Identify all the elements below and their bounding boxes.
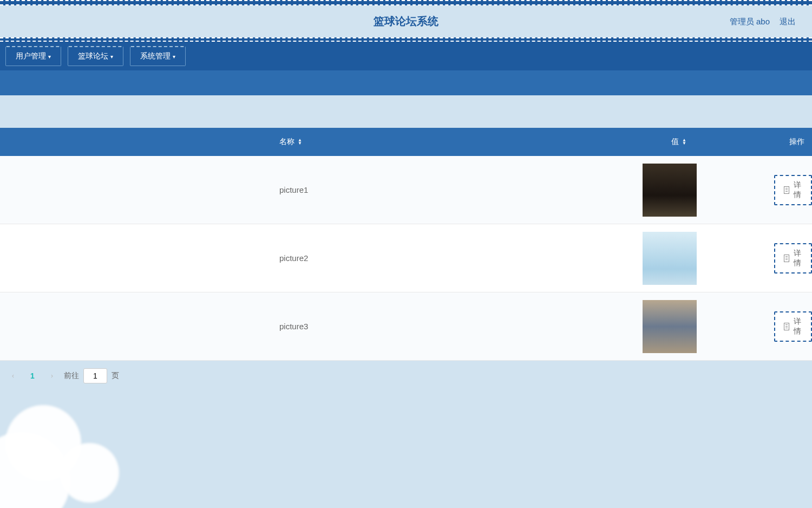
nav-label: 篮球论坛 <box>78 51 108 61</box>
detail-button[interactable]: 详情 <box>774 311 812 342</box>
chevron-down-icon: ▾ <box>110 54 113 60</box>
nav-basketball-forum[interactable]: 篮球论坛 ▾ <box>68 46 123 66</box>
header-user-area: 管理员 abo 退出 <box>730 16 796 27</box>
nav-system-management[interactable]: 系统管理 ▾ <box>130 46 186 66</box>
content-gap <box>0 95 812 128</box>
column-header-value[interactable]: 值 ▲▼ <box>625 137 733 147</box>
pagination: ‹ 1 › 前往 页 <box>0 361 812 391</box>
app-title: 篮球论坛系统 <box>374 14 438 29</box>
detail-label: 详情 <box>793 249 802 268</box>
admin-label[interactable]: 管理员 abo <box>730 16 770 27</box>
sort-icon: ▲▼ <box>682 139 686 145</box>
cell-name: picture2 <box>0 253 617 263</box>
page-number[interactable]: 1 <box>25 368 40 383</box>
chevron-down-icon: ▾ <box>173 54 175 60</box>
nav-label: 系统管理 <box>140 51 171 61</box>
top-decorative-border <box>0 0 812 5</box>
next-page-button[interactable]: › <box>44 368 60 383</box>
goto-page-input[interactable] <box>83 368 107 383</box>
nav-label: 用户管理 <box>16 51 46 61</box>
data-table: 名称 ▲▼ 值 ▲▼ 操作 picture1 详情 picture2 <box>0 128 812 361</box>
detail-button[interactable]: 详情 <box>774 243 812 273</box>
column-header-name[interactable]: 名称 ▲▼ <box>0 137 625 147</box>
nav-user-management[interactable]: 用户管理 ▾ <box>5 46 61 66</box>
table-row: picture1 详情 <box>0 156 812 224</box>
detail-label: 详情 <box>793 180 802 200</box>
goto-prefix: 前往 <box>64 371 79 381</box>
cell-action: 详情 <box>723 243 812 273</box>
chevron-down-icon: ▾ <box>48 54 51 60</box>
decorative-cloud <box>0 389 135 508</box>
cell-name: picture1 <box>0 185 617 194</box>
goto-suffix: 页 <box>112 371 119 381</box>
thumbnail-image[interactable] <box>643 300 697 353</box>
header-divider <box>0 37 812 42</box>
prev-page-button[interactable]: ‹ <box>5 368 21 383</box>
detail-label: 详情 <box>793 317 802 336</box>
column-value-label: 值 <box>671 137 679 147</box>
document-icon <box>784 323 789 330</box>
thumbnail-image[interactable] <box>643 164 697 217</box>
logout-link[interactable]: 退出 <box>780 16 796 27</box>
column-action-label: 操作 <box>789 137 804 146</box>
cell-value <box>617 164 723 217</box>
cell-value <box>617 232 723 285</box>
header: 篮球论坛系统 管理员 abo 退出 <box>0 5 812 37</box>
document-icon <box>784 186 789 194</box>
sub-navigation-bar <box>0 70 812 95</box>
detail-button[interactable]: 详情 <box>774 175 812 205</box>
table-row: picture3 详情 <box>0 292 812 361</box>
cell-action: 详情 <box>723 311 812 342</box>
document-icon <box>784 255 789 262</box>
thumbnail-image[interactable] <box>643 232 697 285</box>
table-header-row: 名称 ▲▼ 值 ▲▼ 操作 <box>0 128 812 156</box>
table-row: picture2 详情 <box>0 224 812 292</box>
column-name-label: 名称 <box>279 137 294 147</box>
cell-name: picture3 <box>0 322 617 331</box>
column-header-action: 操作 <box>733 137 812 147</box>
cell-action: 详情 <box>723 175 812 205</box>
sort-icon: ▲▼ <box>298 139 302 145</box>
cell-value <box>617 300 723 353</box>
nav-bar: 用户管理 ▾ 篮球论坛 ▾ 系统管理 ▾ <box>0 42 812 70</box>
